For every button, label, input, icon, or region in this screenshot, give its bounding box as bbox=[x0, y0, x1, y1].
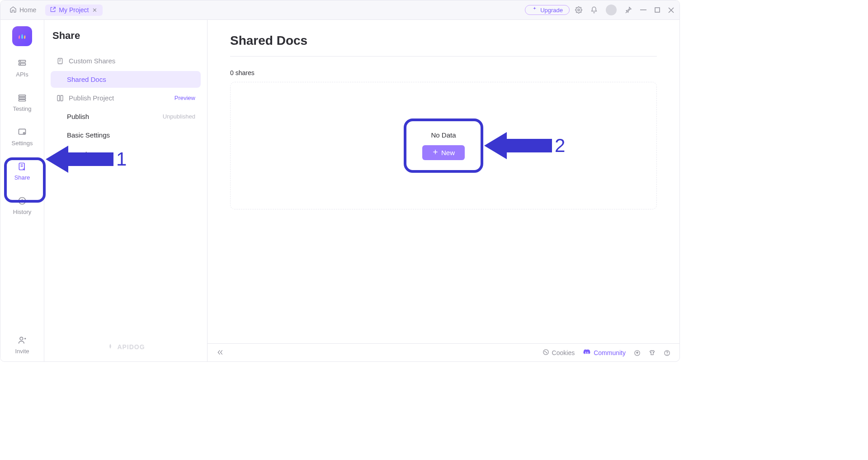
share-icon bbox=[18, 162, 27, 172]
home-icon bbox=[9, 6, 17, 14]
app-logo[interactable] bbox=[12, 26, 32, 46]
window-maximize-icon[interactable] bbox=[655, 7, 660, 13]
brand-watermark: APIDOG bbox=[44, 335, 207, 359]
discord-icon bbox=[583, 348, 591, 358]
rail-history-label: History bbox=[13, 209, 31, 215]
annotation-label-1: 1 bbox=[116, 148, 127, 170]
avatar[interactable] bbox=[606, 5, 617, 15]
empty-state-box: No Data New 2 bbox=[230, 82, 657, 209]
svg-point-0 bbox=[578, 9, 580, 11]
sidebar-basic-settings-label: Basic Settings bbox=[67, 131, 110, 139]
window-close-icon[interactable] bbox=[668, 7, 674, 13]
page-title: Shared Docs bbox=[230, 33, 657, 48]
sidebar-publish-label: Publish bbox=[67, 113, 89, 120]
footer-community-label: Community bbox=[594, 349, 626, 356]
rail-invite-label: Invite bbox=[15, 348, 29, 355]
close-tab-icon[interactable]: ✕ bbox=[91, 7, 98, 14]
sidebar-publish-status: Unpublished bbox=[163, 113, 195, 120]
footer-tshirt-icon[interactable] bbox=[649, 350, 656, 356]
history-icon bbox=[18, 196, 27, 207]
sidebar-publish-project-label: Publish Project bbox=[69, 94, 114, 102]
svg-point-11 bbox=[24, 133, 25, 134]
annotation-arrow-2: 2 bbox=[484, 130, 565, 161]
rail-apis[interactable]: APIs bbox=[4, 56, 40, 81]
rail-testing-label: Testing bbox=[13, 105, 31, 112]
doc-share-icon bbox=[56, 57, 64, 65]
rail-invite[interactable]: Invite bbox=[4, 333, 40, 357]
bell-icon[interactable] bbox=[590, 6, 598, 14]
sidebar-basic-settings[interactable]: Basic Settings bbox=[51, 127, 201, 143]
footer-help-icon[interactable] bbox=[664, 350, 670, 356]
sidebar-custom-shares-label: Custom Shares bbox=[69, 57, 115, 65]
sidebar-publish[interactable]: Publish Unpublished bbox=[51, 108, 201, 125]
svg-marker-23 bbox=[46, 146, 113, 173]
rail-settings[interactable]: Settings bbox=[4, 125, 40, 149]
svg-rect-8 bbox=[19, 97, 26, 99]
svg-rect-7 bbox=[19, 95, 26, 96]
rail-settings-label: Settings bbox=[12, 140, 33, 147]
svg-point-17 bbox=[543, 350, 548, 355]
testing-icon bbox=[18, 93, 27, 104]
divider bbox=[230, 56, 657, 57]
rail-apis-label: APIs bbox=[16, 71, 28, 78]
nav-rail: APIs Testing Settings Share History bbox=[0, 20, 44, 362]
sidebar-preview-link[interactable]: Preview bbox=[175, 95, 195, 101]
settings-icon bbox=[18, 128, 27, 138]
sidebar-publish-project[interactable]: Publish Project Preview bbox=[51, 90, 201, 106]
sidebar-shared-docs[interactable]: Shared Docs bbox=[51, 71, 201, 88]
gear-icon[interactable] bbox=[575, 6, 582, 14]
window-minimize-icon[interactable] bbox=[640, 7, 646, 13]
footer-community[interactable]: Community bbox=[583, 348, 626, 358]
svg-point-14 bbox=[20, 337, 23, 340]
project-tab[interactable]: My Project ✕ bbox=[45, 5, 103, 16]
svg-point-22 bbox=[667, 354, 667, 355]
home-label: Home bbox=[19, 6, 36, 14]
rail-testing[interactable]: Testing bbox=[4, 90, 40, 115]
upgrade-label: Upgrade bbox=[540, 7, 563, 14]
share-count: 0 shares bbox=[230, 69, 657, 76]
footer-upload-icon[interactable] bbox=[634, 350, 641, 356]
svg-point-19 bbox=[546, 352, 547, 353]
no-data-label: No Data bbox=[431, 131, 456, 139]
sparkle-icon bbox=[532, 6, 538, 14]
content-area: Shared Docs 0 shares No Data New bbox=[208, 20, 679, 362]
svg-marker-16 bbox=[484, 132, 552, 159]
brand-label: APIDOG bbox=[117, 343, 145, 351]
secondary-sidebar: Share Custom Shares Shared Docs Pub bbox=[44, 20, 208, 362]
sidebar-shared-docs-label: Shared Docs bbox=[67, 76, 106, 83]
new-button-label: New bbox=[441, 149, 455, 156]
rail-history[interactable]: History bbox=[4, 194, 40, 218]
footer-bar: Cookies Community bbox=[208, 343, 679, 362]
collapse-sidebar-icon[interactable] bbox=[217, 349, 224, 357]
topbar: Home My Project ✕ Upgrade bbox=[0, 0, 679, 20]
external-link-icon bbox=[50, 6, 56, 14]
cookie-icon bbox=[542, 349, 549, 357]
footer-cookies-label: Cookies bbox=[552, 349, 575, 356]
annotation-arrow-1: 1 bbox=[46, 143, 127, 175]
annotation-label-2: 2 bbox=[555, 135, 565, 156]
pin-icon[interactable] bbox=[625, 6, 632, 14]
footer-cookies[interactable]: Cookies bbox=[542, 349, 575, 357]
svg-point-5 bbox=[20, 61, 20, 62]
rail-share[interactable]: Share bbox=[4, 159, 40, 184]
rail-share-label: Share bbox=[14, 174, 30, 181]
svg-rect-9 bbox=[19, 100, 26, 101]
svg-point-6 bbox=[20, 64, 20, 65]
app-body: APIs Testing Settings Share History bbox=[0, 20, 679, 362]
invite-icon bbox=[18, 336, 27, 346]
upgrade-button[interactable]: Upgrade bbox=[525, 5, 570, 15]
new-button[interactable]: New bbox=[422, 145, 465, 160]
svg-rect-1 bbox=[640, 9, 646, 10]
svg-rect-2 bbox=[655, 8, 660, 12]
sidebar-custom-shares[interactable]: Custom Shares bbox=[51, 52, 201, 69]
apis-icon bbox=[18, 59, 27, 69]
home-button[interactable]: Home bbox=[6, 4, 40, 16]
sidebar-title: Share bbox=[52, 30, 203, 42]
plus-icon bbox=[432, 149, 439, 156]
book-icon bbox=[56, 95, 64, 102]
svg-point-18 bbox=[545, 351, 545, 352]
tab-label: My Project bbox=[59, 6, 89, 14]
